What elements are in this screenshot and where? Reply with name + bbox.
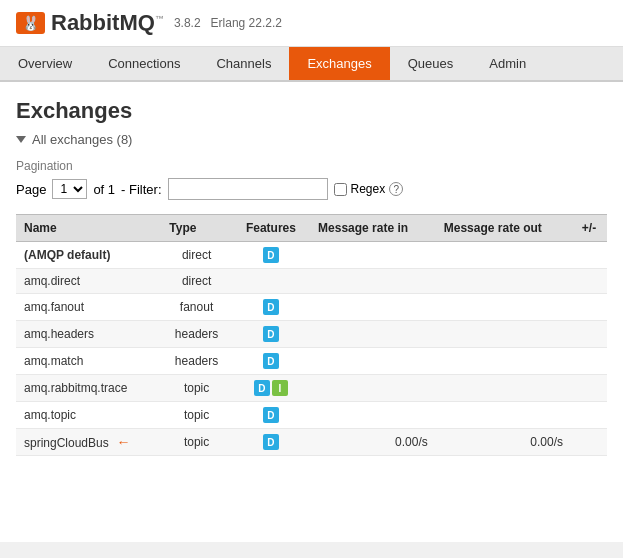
- logo: 🐰 RabbitMQ™: [16, 10, 164, 36]
- erlang-version: Erlang 22.2.2: [211, 16, 282, 30]
- cell-plus-minus: [571, 242, 607, 269]
- pagination-controls: Page 1 of 1 - Filter: Regex ?: [16, 178, 607, 200]
- regex-checkbox[interactable]: [334, 183, 347, 196]
- cell-type: fanout: [161, 294, 231, 321]
- cell-rate-out: [436, 402, 571, 429]
- pagination-label: Pagination: [16, 159, 607, 173]
- cell-type: headers: [161, 321, 231, 348]
- cell-type: direct: [161, 269, 231, 294]
- cell-rate-in: [310, 402, 436, 429]
- cell-name[interactable]: amq.headers: [16, 321, 161, 348]
- feature-badge-d: D: [263, 353, 279, 369]
- arrow-icon: ←: [113, 434, 131, 450]
- col-type: Type: [161, 215, 231, 242]
- col-rate-in: Message rate in: [310, 215, 436, 242]
- cell-type: direct: [161, 242, 231, 269]
- section-header: All exchanges (8): [16, 132, 607, 147]
- table-row: amq.fanoutfanoutD: [16, 294, 607, 321]
- pagination-section: Pagination Page 1 of 1 - Filter: Regex ?: [16, 159, 607, 200]
- table-row: amq.headersheadersD: [16, 321, 607, 348]
- table-row: amq.matchheadersD: [16, 348, 607, 375]
- collapse-icon[interactable]: [16, 136, 26, 143]
- feature-badge-d: D: [254, 380, 270, 396]
- exchanges-table: Name Type Features Message rate in Messa…: [16, 214, 607, 456]
- feature-badge-i: I: [272, 380, 288, 396]
- nav-exchanges[interactable]: Exchanges: [289, 47, 389, 80]
- cell-rate-in: [310, 348, 436, 375]
- cell-name[interactable]: springCloudBus ←: [16, 429, 161, 456]
- cell-rate-out: [436, 294, 571, 321]
- cell-name[interactable]: amq.direct: [16, 269, 161, 294]
- cell-rate-out: [436, 375, 571, 402]
- table-row: amq.directdirect: [16, 269, 607, 294]
- cell-features: D: [232, 242, 310, 269]
- logo-icon: 🐰: [16, 12, 45, 34]
- feature-badge-d: D: [263, 407, 279, 423]
- version: 3.8.2: [174, 16, 201, 30]
- cell-plus-minus: [571, 402, 607, 429]
- feature-badge-d: D: [263, 247, 279, 263]
- cell-plus-minus: [571, 348, 607, 375]
- cell-features: D: [232, 348, 310, 375]
- cell-name[interactable]: amq.match: [16, 348, 161, 375]
- cell-name[interactable]: amq.fanout: [16, 294, 161, 321]
- cell-features: D: [232, 402, 310, 429]
- regex-text: Regex: [351, 182, 386, 196]
- col-plusminus: +/-: [571, 215, 607, 242]
- cell-features: D: [232, 321, 310, 348]
- cell-type: topic: [161, 375, 231, 402]
- page-label: Page: [16, 182, 46, 197]
- nav-connections[interactable]: Connections: [90, 47, 198, 80]
- of-label: of 1: [93, 182, 115, 197]
- regex-label: Regex ?: [334, 182, 404, 196]
- col-name: Name: [16, 215, 161, 242]
- main-content: Exchanges All exchanges (8) Pagination P…: [0, 82, 623, 542]
- header: 🐰 RabbitMQ™ 3.8.2 Erlang 22.2.2: [0, 0, 623, 47]
- feature-badge-d: D: [263, 434, 279, 450]
- filter-input[interactable]: [168, 178, 328, 200]
- cell-rate-out: [436, 321, 571, 348]
- cell-rate-in: 0.00/s: [310, 429, 436, 456]
- help-icon[interactable]: ?: [389, 182, 403, 196]
- table-row: amq.topictopicD: [16, 402, 607, 429]
- cell-features: DI: [232, 375, 310, 402]
- cell-rate-in: [310, 294, 436, 321]
- col-features: Features: [232, 215, 310, 242]
- table-body: (AMQP default)directDamq.directdirectamq…: [16, 242, 607, 456]
- filter-label: - Filter:: [121, 182, 161, 197]
- cell-type: headers: [161, 348, 231, 375]
- cell-plus-minus: [571, 429, 607, 456]
- cell-rate-in: [310, 321, 436, 348]
- cell-name[interactable]: (AMQP default): [16, 242, 161, 269]
- nav-admin[interactable]: Admin: [471, 47, 544, 80]
- cell-name[interactable]: amq.rabbitmq.trace: [16, 375, 161, 402]
- nav-channels[interactable]: Channels: [198, 47, 289, 80]
- cell-type: topic: [161, 402, 231, 429]
- cell-features: D: [232, 294, 310, 321]
- main-nav: Overview Connections Channels Exchanges …: [0, 47, 623, 82]
- feature-badge-d: D: [263, 299, 279, 315]
- cell-type: topic: [161, 429, 231, 456]
- cell-name[interactable]: amq.topic: [16, 402, 161, 429]
- table-header-row: Name Type Features Message rate in Messa…: [16, 215, 607, 242]
- table-row: amq.rabbitmq.tracetopicDI: [16, 375, 607, 402]
- cell-rate-out: [436, 269, 571, 294]
- table-row: springCloudBus ←topicD0.00/s0.00/s: [16, 429, 607, 456]
- version-info: 3.8.2 Erlang 22.2.2: [174, 16, 282, 30]
- cell-features: D: [232, 429, 310, 456]
- cell-plus-minus: [571, 269, 607, 294]
- page-select[interactable]: 1: [52, 179, 87, 199]
- page-title: Exchanges: [16, 98, 607, 124]
- cell-rate-out: [436, 242, 571, 269]
- cell-rate-out: [436, 348, 571, 375]
- cell-rate-in: [310, 242, 436, 269]
- cell-plus-minus: [571, 321, 607, 348]
- nav-queues[interactable]: Queues: [390, 47, 472, 80]
- table-row: (AMQP default)directD: [16, 242, 607, 269]
- logo-text: RabbitMQ™: [51, 10, 164, 36]
- cell-features: [232, 269, 310, 294]
- feature-badge-d: D: [263, 326, 279, 342]
- cell-rate-out: 0.00/s: [436, 429, 571, 456]
- cell-rate-in: [310, 375, 436, 402]
- nav-overview[interactable]: Overview: [0, 47, 90, 80]
